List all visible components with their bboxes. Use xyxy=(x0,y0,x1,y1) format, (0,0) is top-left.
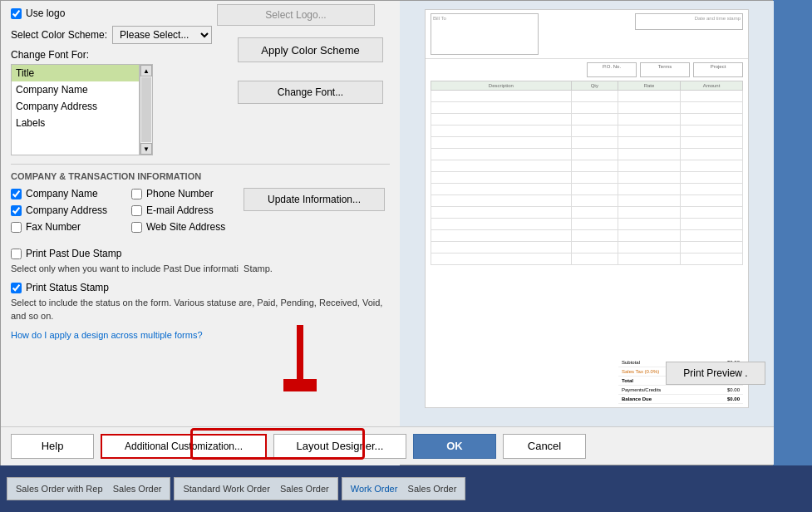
table-row xyxy=(431,230,743,242)
use-logo-label: Use logo xyxy=(26,7,65,19)
scroll-track xyxy=(141,77,151,142)
email-label: E-mail Address xyxy=(146,204,214,216)
cb-row-phone: Phone Number xyxy=(131,188,235,199)
payments-row: Payments/Credits$0.00 xyxy=(618,386,743,395)
print-past-due-row: Print Past Due Stamp xyxy=(11,248,390,259)
table-row xyxy=(431,114,743,126)
taskbar-item-work-order[interactable]: Work Order Sales Order xyxy=(342,477,466,500)
company-name-checkbox[interactable] xyxy=(11,189,22,199)
po-no-cell: P.O. No. xyxy=(587,62,637,77)
company-addr-checkbox[interactable] xyxy=(11,205,22,216)
bill-to-box: Bill To xyxy=(431,13,539,55)
balance-due-row: Balance Due$0.00 xyxy=(618,395,743,404)
print-past-due-checkbox[interactable] xyxy=(11,249,22,259)
preview-panel: Bill To Date and time stamp P.O. No. Ter… xyxy=(400,1,774,428)
date-stamp: Date and time stamp xyxy=(635,13,743,30)
desc-header: Description xyxy=(431,81,572,91)
update-info-button[interactable]: Update Information... xyxy=(244,188,385,211)
table-row xyxy=(431,195,743,207)
amount-header: Amount xyxy=(681,81,743,91)
table-row xyxy=(431,172,743,184)
select-logo-button[interactable]: Select Logo... xyxy=(217,4,375,26)
font-list-scrollbar[interactable]: ▲ ▼ xyxy=(140,64,153,155)
font-list-container: Title Company Name Company Address Label… xyxy=(11,64,390,155)
fax-label: Fax Number xyxy=(26,221,81,233)
font-list[interactable]: Title Company Name Company Address Label… xyxy=(11,64,140,155)
print-past-due-label: Print Past Due Stamp xyxy=(26,248,121,259)
table-row xyxy=(431,219,743,230)
website-label: Web Site Address xyxy=(146,221,225,233)
phone-label: Phone Number xyxy=(146,188,214,199)
taskbar-item-sales-order-rep[interactable]: Sales Order with Rep Sales Order xyxy=(7,477,170,500)
invoice-preview: Bill To Date and time stamp P.O. No. Ter… xyxy=(425,9,749,408)
ok-button[interactable]: OK xyxy=(413,434,496,459)
scroll-up-arrow[interactable]: ▲ xyxy=(140,65,152,76)
qty-header: Qty xyxy=(571,81,618,91)
table-row xyxy=(431,254,743,265)
fax-checkbox[interactable] xyxy=(11,222,22,233)
change-font-button[interactable]: Change Font... xyxy=(238,81,383,104)
print-status-checkbox[interactable] xyxy=(11,283,22,293)
font-list-item-company-name[interactable]: Company Name xyxy=(12,81,139,98)
po-row: P.O. No. Terms Project xyxy=(426,59,748,81)
rate-header: Rate xyxy=(618,81,681,91)
stamp-section: Print Past Due Stamp Select only when yo… xyxy=(11,248,390,322)
left-panel: Use logo Select Logo... Select Color Sch… xyxy=(1,1,400,466)
print-status-row: Print Status Stamp xyxy=(11,282,390,293)
color-scheme-label: Select Color Scheme: xyxy=(11,29,107,41)
font-list-item-company-address[interactable]: Company Address xyxy=(12,98,139,115)
bottom-buttons: Help Additional Customization... Layout … xyxy=(1,426,774,465)
past-due-desc: Select only when you want to include Pas… xyxy=(11,263,390,275)
table-row xyxy=(431,126,743,137)
table-row xyxy=(431,184,743,195)
table-row xyxy=(431,137,743,149)
company-name-label: Company Name xyxy=(26,188,98,199)
date-stamp-box: Date and time stamp xyxy=(635,13,743,55)
help-button[interactable]: Help xyxy=(11,434,94,459)
phone-checkbox[interactable] xyxy=(131,189,142,199)
print-status-label: Print Status Stamp xyxy=(26,282,109,293)
additional-customization-button[interactable]: Additional Customization... xyxy=(101,434,267,459)
font-list-item-title[interactable]: Title xyxy=(12,65,139,81)
taskbar-item-standard-work-order[interactable]: Standard Work Order Sales Order xyxy=(174,477,337,500)
status-desc: Select to include the status on the form… xyxy=(11,297,390,322)
cb-row-fax: Fax Number xyxy=(11,221,115,233)
terms-cell: Terms xyxy=(640,62,690,77)
scroll-down-arrow[interactable]: ▼ xyxy=(140,143,152,155)
company-checkboxes: Company Name Phone Number Company Addres… xyxy=(11,188,235,233)
layout-designer-button[interactable]: Layout Designer... xyxy=(273,434,406,459)
red-arrow-indicator xyxy=(283,325,317,391)
table-row xyxy=(431,149,743,160)
invoice-header: Bill To Date and time stamp xyxy=(426,10,748,59)
print-preview-button[interactable]: Print Preview . xyxy=(666,362,765,385)
table-row xyxy=(431,102,743,114)
customize-dialog: Use logo Select Logo... Select Color Sch… xyxy=(0,0,773,465)
apply-color-button[interactable]: Apply Color Scheme xyxy=(238,37,383,62)
font-list-item-labels[interactable]: Labels xyxy=(12,115,139,131)
cb-row-email: E-mail Address xyxy=(131,204,235,216)
cb-row-company-addr: Company Address xyxy=(11,204,115,216)
use-logo-checkbox[interactable] xyxy=(11,8,22,19)
table-row xyxy=(431,160,743,172)
company-addr-label: Company Address xyxy=(26,204,107,216)
company-section-header: COMPANY & TRANSACTION INFORMATION xyxy=(11,164,390,181)
invoice-table: Description Qty Rate Amount xyxy=(431,81,743,265)
table-row xyxy=(431,242,743,254)
cancel-button[interactable]: Cancel xyxy=(503,434,586,459)
table-row xyxy=(431,207,743,219)
cb-row-website: Web Site Address xyxy=(131,221,235,233)
taskbar: Sales Order with Rep Sales Order Standar… xyxy=(0,465,812,512)
color-scheme-select[interactable]: Please Select... xyxy=(112,26,212,44)
email-checkbox[interactable] xyxy=(131,205,142,216)
website-checkbox[interactable] xyxy=(131,222,142,233)
help-link[interactable]: How do I apply a design across multiple … xyxy=(11,330,203,340)
cb-row-company-name: Company Name xyxy=(11,188,115,199)
project-cell: Project xyxy=(693,62,743,77)
table-row xyxy=(431,91,743,102)
